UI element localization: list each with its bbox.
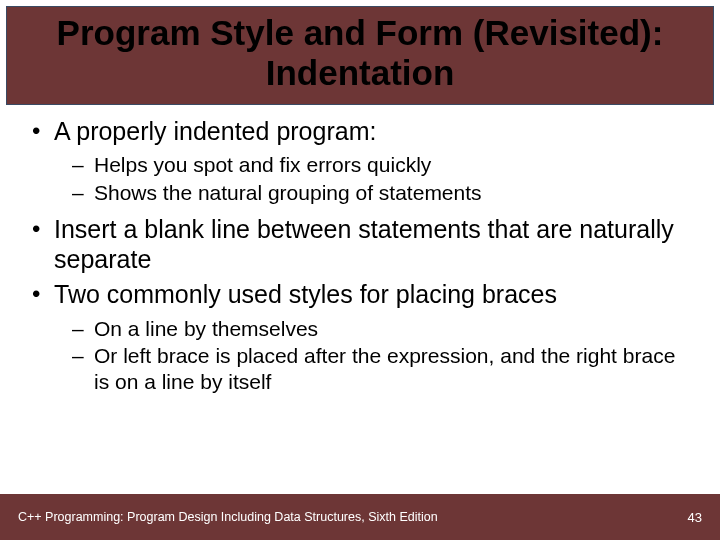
sub-bullet-list: Helps you spot and fix errors quickly Sh…	[72, 152, 692, 205]
sub-bullet-item: Shows the natural grouping of statements	[72, 180, 692, 206]
sub-bullet-text: Shows the natural grouping of statements	[94, 181, 482, 204]
footer-page-number: 43	[688, 510, 702, 525]
bullet-text: Insert a blank line between statements t…	[54, 215, 674, 273]
bullet-text: Two commonly used styles for placing bra…	[54, 280, 557, 308]
sub-bullet-text: On a line by themselves	[94, 317, 318, 340]
footer-source: C++ Programming: Program Design Includin…	[18, 510, 438, 524]
bullet-list: A properly indented program: Helps you s…	[28, 117, 692, 395]
bullet-item: Insert a blank line between statements t…	[28, 215, 692, 274]
title-bar: Program Style and Form (Revisited): Inde…	[6, 6, 714, 105]
slide-content: A properly indented program: Helps you s…	[0, 105, 720, 395]
bullet-text: A properly indented program:	[54, 117, 376, 145]
sub-bullet-list: On a line by themselves Or left brace is…	[72, 316, 692, 395]
bullet-item: Two commonly used styles for placing bra…	[28, 280, 692, 394]
sub-bullet-item: On a line by themselves	[72, 316, 692, 342]
sub-bullet-item: Helps you spot and fix errors quickly	[72, 152, 692, 178]
footer-bar: C++ Programming: Program Design Includin…	[0, 494, 720, 540]
bullet-item: A properly indented program: Helps you s…	[28, 117, 692, 206]
slide-title: Program Style and Form (Revisited): Inde…	[17, 13, 703, 94]
sub-bullet-text: Or left brace is placed after the expres…	[94, 344, 675, 393]
sub-bullet-text: Helps you spot and fix errors quickly	[94, 153, 431, 176]
sub-bullet-item: Or left brace is placed after the expres…	[72, 343, 692, 394]
